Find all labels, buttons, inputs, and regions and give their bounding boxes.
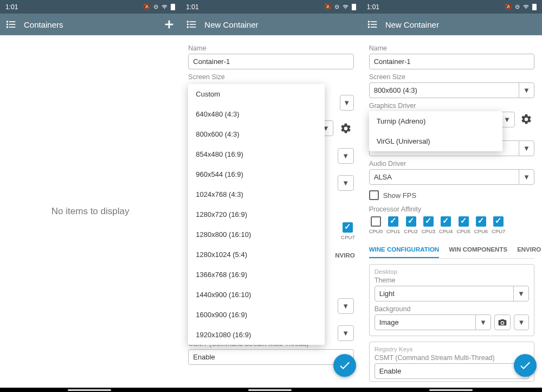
cpu-label: CPU1 — [386, 228, 400, 234]
empty-message: No items to display — [0, 35, 180, 388]
cpu-checkbox[interactable] — [476, 216, 486, 227]
content-area: Name Container-1 Screen Size 800x600 (4:… — [362, 35, 542, 388]
app-bar: Containers — [0, 14, 180, 35]
menu-icon[interactable] — [5, 19, 16, 30]
gear-icon[interactable] — [518, 111, 534, 127]
label-audio-driver: Audio Driver — [369, 160, 534, 168]
content-area: Name Container-1 Screen Size ▼ ▼ ▼ — [180, 35, 361, 388]
cpu-label: CPU6 — [474, 228, 488, 234]
cpu-item[interactable]: CPU5 — [456, 216, 470, 234]
svg-rect-6 — [9, 27, 16, 28]
cpu-checkbox[interactable] — [406, 216, 416, 227]
cpu7-item[interactable]: CPU7 — [341, 222, 354, 240]
label-name: Name — [188, 44, 353, 52]
screen-size-option[interactable]: 800x600 (4:3) — [188, 124, 325, 144]
name-input[interactable]: Container-1 — [188, 54, 353, 69]
menu-icon[interactable] — [186, 19, 197, 30]
svg-rect-16 — [532, 4, 537, 10]
graphics-driver-option[interactable]: Turnip (Adreno) — [369, 111, 502, 131]
screen-size-option[interactable]: 1920x1080 (16:9) — [188, 325, 325, 345]
status-icons: 🔕⊝ — [505, 3, 537, 10]
cpu-item[interactable]: CPU0 — [369, 216, 383, 234]
tab-wine-configuration[interactable]: WINE CONFIGURATION — [369, 242, 439, 258]
cpu-item[interactable]: CPU2 — [404, 216, 417, 234]
cpu-checkbox[interactable] — [441, 216, 451, 227]
label-background: Background — [375, 305, 529, 313]
screen-size-option[interactable]: 854x480 (16:9) — [188, 144, 325, 164]
cpu-checkbox[interactable] — [459, 216, 469, 227]
tab-enviro[interactable]: ENVIRO — [517, 242, 541, 258]
svg-rect-20 — [370, 24, 377, 25]
svg-point-14 — [187, 26, 189, 28]
registry-group: Registry Keys CSMT (Command Stream Multi… — [369, 342, 534, 382]
svg-rect-15 — [190, 27, 196, 28]
camera-button[interactable] — [494, 314, 511, 330]
graphics-driver-option[interactable]: VirGL (Universal) — [369, 131, 502, 151]
confirm-button[interactable] — [514, 354, 537, 377]
svg-rect-4 — [9, 24, 16, 25]
tab-enviro-partial[interactable]: NVIRO — [335, 252, 354, 259]
svg-point-21 — [367, 26, 369, 28]
cpu-checkbox[interactable] — [423, 216, 434, 227]
csmt-select[interactable]: Enable — [375, 363, 529, 379]
status-icons: 🔕⊝ — [143, 3, 175, 10]
screen-size-option[interactable]: 1280x1024 (5:4) — [188, 245, 325, 265]
confirm-button[interactable] — [333, 354, 356, 377]
cpu-item[interactable]: CPU4 — [439, 216, 453, 234]
svg-point-12 — [187, 23, 189, 25]
screen-size-dropdown[interactable]: Custom640x480 (4:3)800x600 (4:3)854x480 … — [188, 84, 325, 345]
svg-rect-18 — [370, 21, 377, 22]
group-title-registry: Registry Keys — [375, 346, 529, 352]
cpu-label: CPU7 — [492, 228, 505, 234]
name-value: Container-1 — [374, 57, 411, 66]
screen-size-select[interactable]: 800x600 (4:3) ▼ — [369, 82, 534, 98]
screen-size-option[interactable]: 1024x768 (4:3) — [188, 184, 325, 204]
screen-size-chevron[interactable]: ▼ — [340, 95, 354, 111]
theme-value: Light — [375, 290, 513, 298]
svg-rect-13 — [190, 24, 196, 25]
cpu-item[interactable]: CPU1 — [386, 216, 400, 234]
screen-size-option[interactable]: 960x544 (16:9) — [188, 164, 325, 184]
screen-size-option[interactable]: 640x480 (4:3) — [188, 104, 325, 124]
cpu-item[interactable]: CPU7 — [492, 216, 505, 234]
csmt-select[interactable]: Enable — [188, 349, 353, 365]
show-fps-checkbox[interactable] — [369, 190, 379, 200]
cpu-checkbox[interactable] — [388, 216, 398, 227]
menu-icon[interactable] — [367, 19, 378, 30]
theme-select[interactable]: Light ▼ — [375, 286, 529, 301]
cpu-checkbox[interactable] — [371, 216, 381, 227]
background-select[interactable]: Image ▼ — [375, 314, 491, 330]
graphics-driver-dropdown[interactable]: Turnip (Adreno)VirGL (Universal) — [369, 111, 502, 151]
svg-rect-0 — [171, 4, 175, 10]
cpu-checkbox[interactable] — [493, 216, 504, 227]
background-value: Image — [375, 318, 475, 326]
svg-rect-11 — [190, 21, 196, 22]
tab-win-components[interactable]: WIN COMPONENTS — [449, 242, 507, 258]
theme-chev-partial[interactable]: ▼ — [338, 298, 354, 314]
graphics-gear-partial — [338, 120, 354, 137]
screen-size-option[interactable]: 1600x900 (16:9) — [188, 305, 325, 325]
cpu-item[interactable]: CPU3 — [422, 216, 435, 234]
audio-select-chev[interactable]: ▼ — [338, 175, 354, 191]
add-button[interactable] — [163, 18, 175, 30]
audio-driver-select[interactable]: ALSA ▼ — [369, 169, 534, 185]
name-input[interactable]: Container-1 — [369, 54, 534, 69]
screen-size-option[interactable]: 1280x720 (16:9) — [188, 204, 325, 224]
cpu-label: CPU0 — [369, 228, 383, 234]
screen-size-option[interactable]: 1366x768 (16:9) — [188, 265, 325, 285]
gear-icon[interactable] — [338, 120, 354, 137]
desktop-group: Desktop Theme Light ▼ Background Image ▼ — [369, 264, 534, 336]
svg-point-19 — [367, 23, 369, 25]
screen-size-option[interactable]: 1280x800 (16:10) — [188, 224, 325, 245]
cpu-label: CPU4 — [439, 228, 453, 234]
label-theme: Theme — [375, 277, 529, 284]
show-fps-row[interactable]: Show FPS — [369, 190, 534, 200]
chevron-down-icon: ▼ — [519, 170, 534, 184]
screen-size-option[interactable]: 1440x900 (16:10) — [188, 285, 325, 305]
screen-size-option[interactable]: Custom — [188, 84, 325, 104]
group-title-desktop: Desktop — [375, 268, 529, 275]
background-extra-select[interactable]: ▼ — [514, 314, 529, 330]
cpu-item[interactable]: CPU6 — [474, 216, 488, 234]
dx-select-chev[interactable]: ▼ — [338, 148, 354, 164]
cpu-label: CPU3 — [422, 228, 435, 234]
